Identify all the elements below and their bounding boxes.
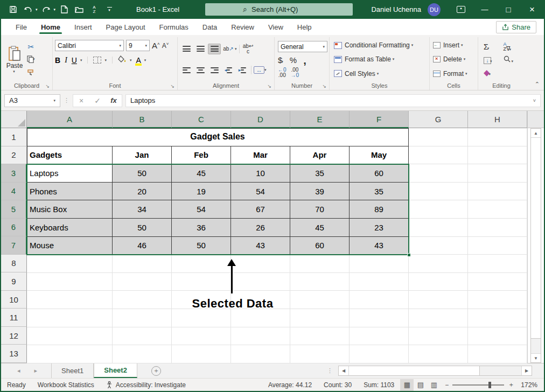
- minimize-button[interactable]: —: [473, 0, 497, 19]
- next-sheet-icon[interactable]: ▸: [34, 367, 38, 374]
- fill-down-icon[interactable]: ↓▾: [484, 55, 498, 64]
- cell-H10[interactable]: [468, 291, 527, 309]
- scroll-down-icon[interactable]: ▼: [531, 353, 541, 362]
- font-color-dropdown-icon[interactable]: ▾: [144, 58, 146, 62]
- cell-G13[interactable]: [409, 345, 468, 363]
- cell-E5[interactable]: 70: [290, 200, 350, 219]
- workbook-statistics-button[interactable]: Workbook Statistics: [32, 381, 100, 389]
- cut-icon[interactable]: ✂: [27, 41, 35, 52]
- cell-C7[interactable]: 50: [172, 237, 231, 255]
- borders-icon[interactable]: [93, 57, 101, 64]
- row-header-13[interactable]: 13: [1, 345, 27, 363]
- row-header-1[interactable]: 1: [1, 128, 27, 146]
- row-header-3[interactable]: 3: [1, 164, 27, 183]
- cancel-icon[interactable]: ×: [73, 96, 89, 105]
- clipboard-dialog-launcher-icon[interactable]: ↘: [45, 83, 50, 89]
- cell-C8[interactable]: [172, 255, 231, 273]
- redo-icon[interactable]: [40, 3, 53, 16]
- conditional-formatting-button[interactable]: Conditional Formatting▾: [334, 39, 427, 51]
- cell-D4[interactable]: 54: [231, 183, 290, 201]
- cell-F6[interactable]: 23: [350, 219, 409, 237]
- orientation-dropdown-icon[interactable]: ▾: [235, 47, 237, 51]
- cell-C12[interactable]: [172, 327, 231, 346]
- wrap-text-icon[interactable]: ab↩c: [242, 44, 255, 54]
- cell-D12[interactable]: [231, 327, 290, 346]
- cell-D9[interactable]: [231, 273, 290, 291]
- delete-cells-button[interactable]: Delete▾: [433, 53, 476, 65]
- cell-F9[interactable]: [350, 273, 409, 291]
- increase-decimal-icon[interactable]: ←0.00: [278, 67, 287, 78]
- cell-B4[interactable]: 20: [113, 183, 172, 201]
- name-box[interactable]: A3 ▾: [4, 94, 60, 107]
- cell-A10[interactable]: [27, 291, 113, 309]
- undo-dropdown-icon[interactable]: ▾: [36, 8, 38, 12]
- bottom-align-icon[interactable]: [208, 44, 221, 54]
- cell-F3[interactable]: 60: [350, 164, 409, 183]
- cell-B9[interactable]: [113, 273, 172, 291]
- cell-B7[interactable]: 46: [113, 237, 172, 255]
- cell-E9[interactable]: [290, 273, 350, 291]
- cell-F10[interactable]: [350, 291, 409, 309]
- cell-H5[interactable]: [468, 200, 527, 219]
- format-painter-icon[interactable]: [27, 67, 35, 78]
- tab-page-layout[interactable]: Page Layout: [99, 19, 152, 35]
- share-button[interactable]: Share: [496, 21, 536, 33]
- paste-button[interactable]: Paste ▾: [3, 38, 26, 81]
- cell-G6[interactable]: [409, 219, 468, 237]
- save-icon[interactable]: [6, 3, 19, 16]
- cell-D2[interactable]: Mar: [231, 146, 290, 165]
- cell-G7[interactable]: [409, 237, 468, 255]
- tab-data[interactable]: Data: [195, 19, 224, 35]
- cell-D5[interactable]: 67: [231, 200, 290, 219]
- sort-filter-icon[interactable]: AZ∇▾: [504, 42, 519, 52]
- cell-D8[interactable]: [231, 255, 290, 273]
- undo-icon[interactable]: [22, 3, 34, 16]
- cell-G4[interactable]: [409, 183, 468, 201]
- merge-center-icon[interactable]: ↔: [254, 66, 264, 74]
- cell-E7[interactable]: 60: [290, 237, 350, 255]
- column-header-B[interactable]: B: [113, 111, 172, 128]
- status-average[interactable]: Average: 44.12: [262, 381, 318, 389]
- cell-G9[interactable]: [409, 273, 468, 291]
- cell-G3[interactable]: [409, 164, 468, 183]
- tab-home[interactable]: Home: [34, 19, 67, 35]
- status-count[interactable]: Count: 30: [318, 381, 358, 389]
- status-sum[interactable]: Sum: 1103: [358, 381, 400, 389]
- zoom-slider[interactable]: [452, 384, 504, 386]
- cell-A12[interactable]: [27, 327, 113, 346]
- horizontal-scroll-thumb[interactable]: [349, 366, 480, 375]
- column-header-F[interactable]: F: [350, 111, 409, 128]
- row-header-9[interactable]: 9: [1, 272, 27, 291]
- cell-A7[interactable]: Mouse: [27, 237, 113, 255]
- tab-help[interactable]: Help: [290, 19, 319, 35]
- page-layout-view-icon[interactable]: ▤: [414, 379, 427, 391]
- row-header-12[interactable]: 12: [1, 327, 27, 345]
- font-dialog-launcher-icon[interactable]: ↘: [170, 83, 174, 89]
- cell-H2[interactable]: [468, 146, 527, 165]
- shrink-font-icon[interactable]: A˅: [162, 41, 169, 50]
- number-dialog-launcher-icon[interactable]: ↘: [322, 83, 326, 89]
- increase-indent-icon[interactable]: ▸: [236, 65, 249, 75]
- format-cells-button[interactable]: Format▾: [433, 68, 476, 80]
- align-right-icon[interactable]: [208, 65, 221, 75]
- tab-formulas[interactable]: Formulas: [152, 19, 195, 35]
- decrease-indent-icon[interactable]: ◂: [222, 65, 235, 75]
- cell-H12[interactable]: [468, 327, 527, 346]
- cell-H11[interactable]: [468, 309, 527, 327]
- cell-A9[interactable]: [27, 273, 113, 291]
- insert-cells-button[interactable]: Insert▾: [433, 39, 476, 51]
- accessibility-status[interactable]: Accessibility: Investigate: [100, 381, 192, 389]
- vertical-scroll-thumb[interactable]: [531, 138, 541, 339]
- cell-D11[interactable]: [231, 309, 290, 327]
- cell-B6[interactable]: 50: [113, 219, 172, 237]
- zoom-slider-thumb[interactable]: [488, 382, 491, 388]
- cell-F2[interactable]: May: [350, 146, 409, 165]
- cell-G5[interactable]: [409, 200, 468, 219]
- scroll-up-icon[interactable]: ▲: [531, 129, 541, 138]
- cell-H13[interactable]: [468, 345, 527, 363]
- cell-A6[interactable]: Keyboards: [27, 219, 113, 237]
- cell-C2[interactable]: Feb: [172, 146, 231, 165]
- copy-icon[interactable]: ▾: [27, 54, 35, 65]
- cell-G2[interactable]: [409, 146, 468, 165]
- autosum-icon[interactable]: Σ▾: [484, 43, 498, 51]
